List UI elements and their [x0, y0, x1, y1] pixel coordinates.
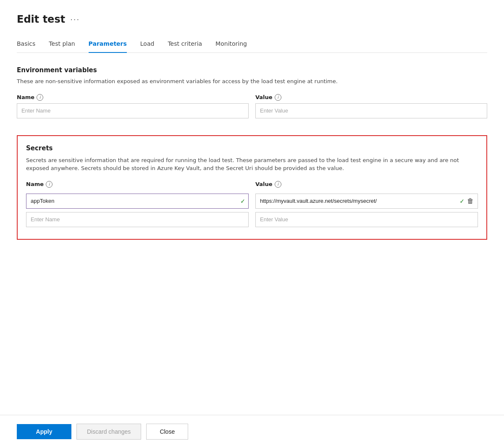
- env-name-info-icon[interactable]: i: [37, 94, 43, 101]
- secrets-value-header: Value i: [255, 181, 478, 190]
- secret-new-name-group: [26, 212, 249, 227]
- footer-spacer: [17, 253, 487, 415]
- secrets-value-info-icon[interactable]: i: [275, 181, 281, 188]
- secret-name-check-icon: ✓: [240, 198, 245, 204]
- env-value-info-icon[interactable]: i: [275, 94, 281, 101]
- secrets-name-info-icon[interactable]: i: [46, 181, 52, 188]
- apply-button[interactable]: Apply: [17, 424, 71, 439]
- secrets-name-label: Name i: [26, 181, 249, 188]
- tab-monitoring[interactable]: Monitoring: [215, 37, 247, 53]
- more-options-icon[interactable]: ···: [70, 15, 80, 24]
- secrets-value-label: Value i: [255, 181, 478, 188]
- secrets-section-title: Secrets: [26, 144, 478, 152]
- tab-bar: Basics Test plan Parameters Load Test cr…: [17, 37, 487, 53]
- secret-value-check-icon: ✓: [459, 198, 465, 204]
- env-value-input[interactable]: [255, 103, 487, 118]
- secrets-section: Secrets Secrets are sensitive informatio…: [17, 135, 487, 240]
- secrets-name-header: Name i: [26, 181, 249, 190]
- discard-changes-button[interactable]: Discard changes: [76, 424, 141, 440]
- tab-load[interactable]: Load: [140, 37, 155, 53]
- secret-new-value-input[interactable]: [255, 212, 478, 227]
- secret-new-value-group: [255, 212, 478, 227]
- secret-new-row: [26, 212, 478, 227]
- env-value-group: Value i: [255, 94, 487, 118]
- secret-value-input[interactable]: [255, 194, 478, 209]
- tab-parameters[interactable]: Parameters: [89, 37, 127, 53]
- secret-new-name-input[interactable]: [26, 212, 249, 227]
- secret-name-input[interactable]: [26, 194, 249, 209]
- secrets-section-description: Secrets are sensitive information that a…: [26, 156, 478, 173]
- secret-name-wrap: ✓: [26, 194, 249, 209]
- trash-icon: 🗑: [467, 197, 474, 205]
- env-section-title: Environment variables: [17, 66, 487, 74]
- env-section-description: These are non-sensitive information expo…: [17, 77, 487, 86]
- env-variables-section: Environment variables These are non-sens…: [17, 66, 487, 122]
- secrets-field-headers: Name i Value i: [26, 181, 478, 190]
- env-field-headers: Name i Value i: [17, 94, 487, 118]
- page-title: Edit test: [17, 13, 65, 25]
- tab-test-criteria[interactable]: Test criteria: [168, 37, 202, 53]
- footer: Apply Discard changes Close: [0, 415, 504, 448]
- secret-delete-button[interactable]: 🗑: [465, 197, 475, 205]
- env-name-group: Name i: [17, 94, 249, 118]
- secret-existing-row: ✓ ✓ 🗑: [26, 194, 478, 209]
- env-value-label: Value i: [255, 94, 487, 101]
- env-name-input[interactable]: [17, 103, 249, 118]
- env-name-label: Name i: [17, 94, 249, 101]
- close-button[interactable]: Close: [146, 424, 188, 440]
- secret-value-wrap: ✓ 🗑: [255, 194, 478, 209]
- tab-test-plan[interactable]: Test plan: [49, 37, 75, 53]
- tab-basics[interactable]: Basics: [17, 37, 35, 53]
